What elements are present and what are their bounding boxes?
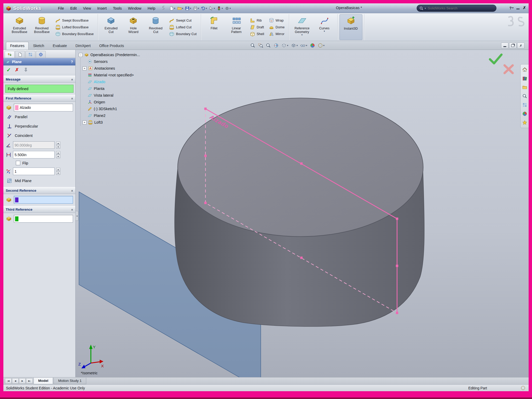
view-orientation-button[interactable]: ▾ bbox=[281, 42, 289, 49]
tree-item-planta[interactable]: Planta bbox=[83, 85, 140, 92]
menu-file[interactable]: File bbox=[55, 5, 67, 12]
edit-appearance-button[interactable] bbox=[309, 42, 316, 49]
tab-features[interactable]: Features bbox=[6, 42, 29, 50]
tree-item-annotations[interactable]: + Anotaciones bbox=[83, 65, 140, 72]
tab-evaluate[interactable]: Evaluate bbox=[49, 42, 71, 50]
message-section-header[interactable]: Message « bbox=[3, 76, 75, 83]
ok-button[interactable]: ✓ bbox=[6, 67, 11, 73]
extruded-cut-button[interactable]: Extruded Cut bbox=[100, 14, 122, 40]
first-tab-button[interactable]: |◀ bbox=[5, 378, 12, 384]
view-palette-button[interactable] bbox=[522, 102, 528, 108]
save-button[interactable]: ▾ bbox=[184, 5, 192, 12]
mid-plane-option[interactable]: Mid Plane bbox=[3, 176, 75, 185]
expand-box-icon[interactable]: + bbox=[83, 66, 87, 70]
design-library-button[interactable] bbox=[522, 75, 528, 82]
tree-item-material[interactable]: Material <not specified> bbox=[83, 72, 140, 78]
tree-item-plane2[interactable]: Plane2 bbox=[83, 112, 140, 119]
revolved-boss-button[interactable]: Revolved Boss/Base bbox=[31, 14, 53, 40]
boundary-boss-button[interactable]: Boundary Boss/Base bbox=[54, 31, 95, 37]
motion-study-tab[interactable]: Motion Study 1 bbox=[54, 378, 86, 384]
fillet-button[interactable]: Fillet bbox=[203, 14, 225, 40]
swept-boss-button[interactable]: Swept Boss/Base bbox=[54, 18, 95, 23]
configuration-manager-tab[interactable] bbox=[25, 51, 35, 58]
rebuild-button[interactable]: ▾ bbox=[216, 5, 224, 12]
search-input[interactable] bbox=[427, 6, 494, 10]
coincident-option[interactable]: Coincident bbox=[3, 131, 75, 140]
first-reference-section-header[interactable]: First Reference « bbox=[3, 95, 75, 102]
draft-button[interactable]: Draft bbox=[249, 24, 265, 30]
doc-minimize-button[interactable] bbox=[501, 43, 508, 49]
model-tab[interactable]: Model bbox=[34, 378, 53, 384]
display-style-button[interactable]: ▾ bbox=[290, 42, 299, 49]
section-view-button[interactable] bbox=[273, 42, 280, 49]
search-box[interactable]: ▾ bbox=[417, 5, 496, 12]
undo-button[interactable]: ▾ bbox=[200, 5, 208, 12]
boundary-cut-button[interactable]: Boundary Cut bbox=[168, 31, 198, 37]
search-scope-caret[interactable]: ▾ bbox=[425, 7, 426, 10]
previous-tab-button[interactable]: ◀ bbox=[12, 378, 19, 384]
pin-icon[interactable] bbox=[23, 67, 28, 72]
menu-help[interactable]: Help bbox=[144, 5, 158, 12]
cancel-button[interactable]: ✗ bbox=[15, 67, 19, 73]
search-results-button[interactable] bbox=[522, 93, 528, 99]
apply-scene-button[interactable]: ▾ bbox=[317, 42, 325, 49]
zoom-to-area-button[interactable] bbox=[257, 42, 264, 49]
flip-checkbox[interactable] bbox=[16, 161, 20, 165]
print-button[interactable]: ▾ bbox=[192, 5, 200, 12]
third-reference-section-header[interactable]: Third Reference « bbox=[3, 206, 75, 213]
hide-show-items-button[interactable]: ▾ bbox=[300, 42, 308, 49]
tree-item-3dsketch1[interactable]: (-) 3DSketch1 bbox=[83, 105, 140, 112]
instant3d-button[interactable]: Instant3D bbox=[340, 14, 362, 40]
first-reference-input[interactable]: Alzado bbox=[14, 104, 73, 111]
mirror-button[interactable]: Mirror bbox=[268, 31, 286, 37]
open-document-button[interactable]: ▾ bbox=[176, 5, 184, 12]
second-reference-input[interactable] bbox=[14, 196, 73, 204]
collapse-box-icon[interactable]: − bbox=[79, 53, 83, 57]
confirm-cancel-x-icon[interactable] bbox=[504, 65, 513, 73]
tab-dimxpert[interactable]: DimXpert bbox=[71, 42, 95, 50]
select-button[interactable]: ▾ bbox=[208, 5, 216, 12]
custom-properties-button[interactable] bbox=[522, 119, 528, 126]
curves-button[interactable]: Curves ▾ bbox=[313, 14, 336, 40]
tree-item-alzado[interactable]: Alzado bbox=[83, 78, 140, 85]
minimize-button[interactable] bbox=[516, 9, 520, 9]
zoom-to-fit-button[interactable] bbox=[249, 42, 256, 49]
swept-cut-button[interactable]: Swept Cut bbox=[168, 18, 198, 23]
instance-count-input[interactable] bbox=[13, 168, 55, 175]
next-tab-button[interactable]: ▶ bbox=[19, 378, 26, 384]
linear-pattern-button[interactable]: Linear Pattern bbox=[225, 14, 248, 40]
appearances-button[interactable] bbox=[522, 111, 528, 117]
third-reference-input[interactable] bbox=[14, 215, 73, 223]
perpendicular-option[interactable]: Perpendicular bbox=[3, 122, 75, 131]
lofted-boss-button[interactable]: Lofted Boss/Base bbox=[54, 24, 95, 30]
extruded-boss-button[interactable]: Extruded Boss/Base bbox=[8, 14, 31, 40]
revolved-cut-button[interactable]: Revolved Cut bbox=[144, 14, 167, 40]
close-button[interactable]: ✗ bbox=[523, 5, 526, 10]
panel-splitter-handle[interactable]: ◂ bbox=[76, 211, 78, 221]
rib-button[interactable]: Rib bbox=[249, 18, 265, 23]
previous-view-button[interactable] bbox=[265, 42, 272, 49]
tab-sketch[interactable]: Sketch bbox=[29, 42, 48, 50]
menu-window[interactable]: Window bbox=[125, 5, 145, 12]
doc-restore-button[interactable] bbox=[509, 43, 516, 49]
shell-button[interactable]: Shell bbox=[249, 31, 265, 37]
solidworks-resources-button[interactable] bbox=[522, 66, 528, 73]
tree-item-sensors[interactable]: Sensors bbox=[83, 58, 140, 65]
last-tab-button[interactable]: ▶| bbox=[26, 378, 33, 384]
parallel-option[interactable]: Parallel bbox=[3, 112, 75, 122]
feature-manager-tab[interactable] bbox=[15, 51, 25, 58]
wrap-button[interactable]: Wrap bbox=[268, 18, 286, 23]
distance-spinner[interactable] bbox=[56, 151, 60, 158]
second-reference-section-header[interactable]: Second Reference « bbox=[3, 187, 75, 194]
count-spinner[interactable] bbox=[56, 168, 60, 175]
confirm-ok-check-icon[interactable] bbox=[490, 55, 501, 63]
graphics-viewport[interactable]: Alzado Y X Z bbox=[76, 50, 529, 377]
hole-wizard-button[interactable]: Hole Wizard bbox=[122, 14, 144, 40]
help-button[interactable]: ?▾ bbox=[509, 6, 514, 10]
new-document-button[interactable]: ▾ bbox=[168, 5, 176, 12]
lofted-cut-button[interactable]: Lofted Cut bbox=[168, 24, 198, 30]
menu-tools[interactable]: Tools bbox=[110, 5, 125, 12]
dome-button[interactable]: Dome bbox=[268, 24, 286, 30]
menu-edit[interactable]: Edit bbox=[67, 5, 80, 12]
tree-item-origen[interactable]: Origen bbox=[83, 99, 140, 105]
